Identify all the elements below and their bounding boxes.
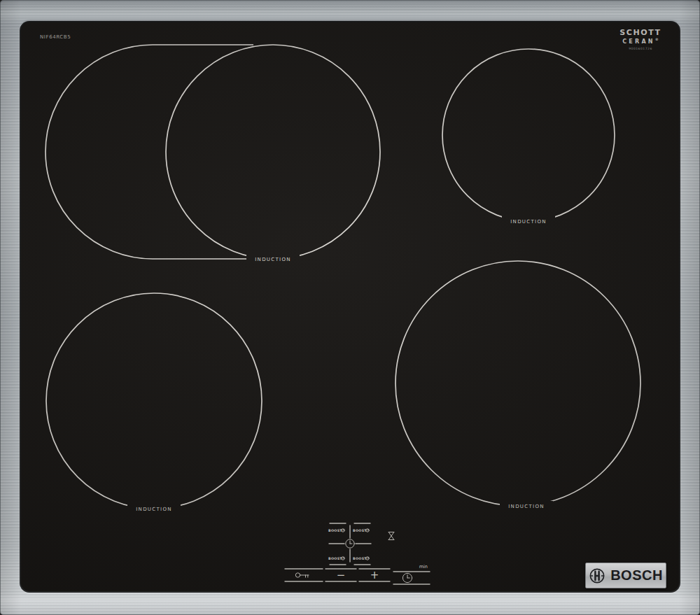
lock-button[interactable] [285,569,323,581]
bosch-wordmark: BOSCH [610,567,663,584]
zone-front-right-outline [396,261,640,506]
plus-button[interactable]: + [359,569,390,582]
glass-graphics: INDUCTION INDUCTION INDUCTION INDUCTION [21,22,679,591]
timer-button[interactable]: min [393,564,430,584]
boost-label: BOOST [328,557,342,560]
timer-unit-label: min [419,564,428,570]
plus-label: + [370,569,379,581]
registered-mark: ® [655,37,659,41]
key-icon [295,573,309,577]
zone-combi-oval-outline [46,45,253,259]
boost-key-rear-left[interactable]: BOOST [328,523,346,532]
control-panel: BOOST BOOST BOOST [285,523,430,584]
hourglass-icon [388,532,394,540]
zone-rear-right-outline [442,49,615,221]
zone-label-combi: INDUCTION [246,254,300,263]
zone-selector: BOOST BOOST BOOST [328,523,371,565]
bosch-logo-plaque: BOSCH [585,563,666,588]
induction-hob: INDUCTION INDUCTION INDUCTION INDUCTION [0,0,700,615]
bosch-emblem-icon [589,567,606,584]
minus-label: − [337,569,346,581]
zone-label-text: INDUCTION [255,257,291,262]
clock-icon [402,573,412,582]
schott-line2: CERAN® [613,38,668,45]
boost-label: BOOST [328,529,342,532]
schott-ceran-logo: SCHOTT CERAN® 9001601726 [613,29,668,51]
zone-combi-circle-outline [166,45,380,259]
model-number: NIF64RCB5 [40,34,71,40]
zone-label-front-right: INDUCTION [500,501,553,510]
zone-label-text: INDUCTION [510,219,547,225]
schott-code: 9001601726 [613,47,668,50]
ceramic-glass-surface: INDUCTION INDUCTION INDUCTION INDUCTION [21,22,679,591]
zone-label-front-left: INDUCTION [127,504,181,513]
zone-front-left-outline [46,293,262,509]
boost-label: BOOST [353,557,367,560]
boost-key-front-left[interactable]: BOOST [328,557,346,565]
clock-icon[interactable] [346,539,354,548]
zone-label-rear-right: INDUCTION [502,216,555,225]
boost-key-front-right[interactable]: BOOST [353,557,370,565]
boost-label: BOOST [353,529,367,532]
minus-button[interactable]: − [326,569,356,582]
schott-line1: SCHOTT [613,29,668,38]
zone-label-text: INDUCTION [136,507,172,512]
boost-key-rear-right[interactable]: BOOST [353,523,370,532]
zone-label-text: INDUCTION [508,504,545,509]
